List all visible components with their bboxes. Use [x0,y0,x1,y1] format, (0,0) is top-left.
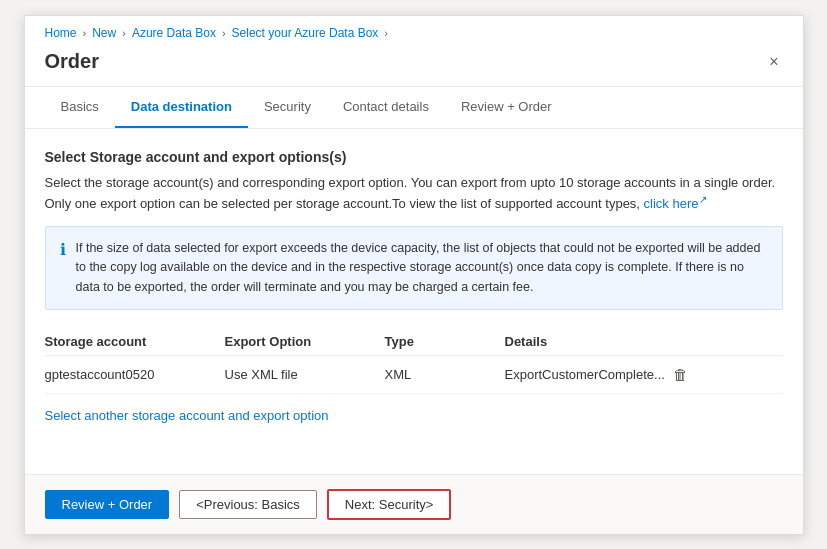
section-title: Select Storage account and export option… [45,149,783,165]
breadcrumb-azure-data-box[interactable]: Azure Data Box [132,26,216,40]
table-row: gptestaccount0520 Use XML file XML Expor… [45,356,783,394]
tab-review-order[interactable]: Review + Order [445,87,568,128]
table-header: Storage account Export Option Type Detai… [45,328,783,356]
breadcrumb-sep-4: › [384,27,388,39]
breadcrumb: Home › New › Azure Data Box › Select you… [25,16,803,46]
close-button[interactable]: × [765,50,782,74]
cell-storage-account: gptestaccount0520 [45,367,225,382]
info-box-text: If the size of data selected for export … [76,239,768,297]
col-details: Details [505,334,783,349]
tab-security[interactable]: Security [248,87,327,128]
col-storage-account: Storage account [45,334,225,349]
modal-header: Order × [25,46,803,86]
review-order-button[interactable]: Review + Order [45,490,170,519]
storage-table: Storage account Export Option Type Detai… [45,328,783,394]
cell-export-option: Use XML file [225,367,385,382]
footer: Review + Order <Previous: Basics Next: S… [25,474,803,534]
tab-basics[interactable]: Basics [45,87,115,128]
details-text: ExportCustomerComplete... [505,367,665,382]
cell-details: ExportCustomerComplete... 🗑 [505,366,783,383]
cell-type: XML [385,367,505,382]
delete-row-button[interactable]: 🗑 [673,366,688,383]
section-description: Select the storage account(s) and corres… [45,173,783,214]
tab-contact-details[interactable]: Contact details [327,87,445,128]
breadcrumb-home[interactable]: Home [45,26,77,40]
external-link-icon: ↗ [699,194,707,205]
breadcrumb-sep-3: › [222,27,226,39]
info-box: ℹ If the size of data selected for expor… [45,226,783,310]
next-security-button[interactable]: Next: Security> [327,489,452,520]
col-type: Type [385,334,505,349]
main-content: Select Storage account and export option… [25,129,803,474]
breadcrumb-sep-2: › [122,27,126,39]
breadcrumb-new[interactable]: New [92,26,116,40]
tab-bar: Basics Data destination Security Contact… [25,87,803,129]
page-title: Order [45,50,99,73]
click-here-link[interactable]: click here↗ [644,196,707,211]
info-icon: ℹ [60,240,66,259]
previous-button[interactable]: <Previous: Basics [179,490,317,519]
breadcrumb-select-azure[interactable]: Select your Azure Data Box [232,26,379,40]
add-storage-account-link[interactable]: Select another storage account and expor… [45,408,329,423]
col-export-option: Export Option [225,334,385,349]
breadcrumb-sep-1: › [83,27,87,39]
tab-data-destination[interactable]: Data destination [115,87,248,128]
